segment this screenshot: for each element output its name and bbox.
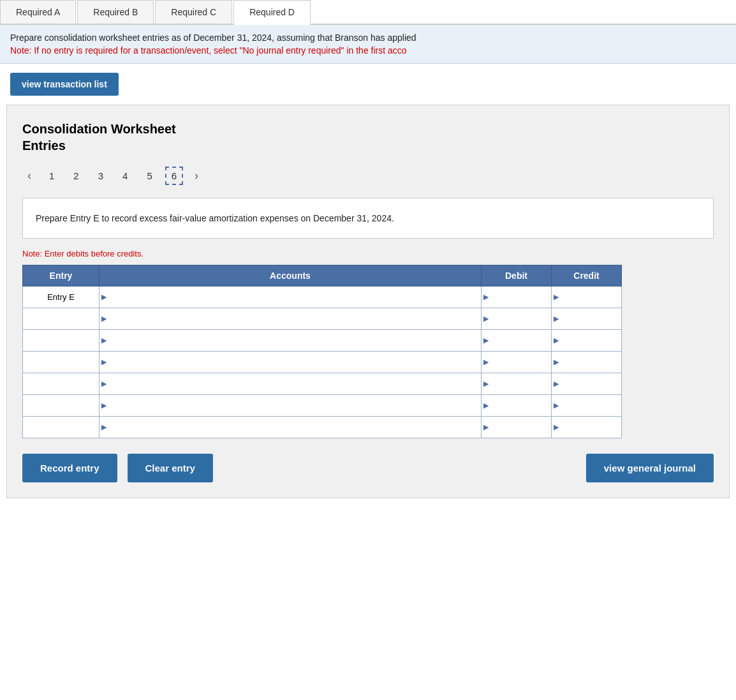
tab-required-d[interactable]: Required D bbox=[233, 0, 311, 25]
page-6[interactable]: 6 bbox=[165, 167, 183, 185]
debit-input-2[interactable] bbox=[490, 330, 551, 351]
credit-input-5[interactable] bbox=[561, 395, 621, 416]
notice-bar: Prepare consolidation worksheet entries … bbox=[0, 25, 736, 64]
tab-required-c[interactable]: Required C bbox=[155, 0, 232, 24]
debit-input-4[interactable] bbox=[490, 373, 551, 394]
buttons-row: Record entry Clear entry view general jo… bbox=[22, 454, 714, 482]
table-row: ▶ ▶ ▶ bbox=[23, 417, 622, 438]
debit-cell-3[interactable]: ▶ bbox=[482, 352, 552, 373]
card-title: Consolidation WorksheetEntries bbox=[22, 121, 714, 154]
account-arrow-icon-6: ▶ bbox=[99, 423, 108, 431]
table-row: ▶ ▶ ▶ bbox=[23, 395, 622, 417]
account-input-0[interactable] bbox=[108, 287, 481, 308]
prev-page-button[interactable]: ‹ bbox=[22, 167, 36, 185]
account-cell-1[interactable]: ▶ bbox=[99, 308, 482, 330]
account-arrow-icon-3: ▶ bbox=[99, 358, 108, 366]
credit-cell-3[interactable]: ▶ bbox=[552, 352, 622, 373]
account-cell-6[interactable]: ▶ bbox=[99, 417, 482, 438]
debit-cell-5[interactable]: ▶ bbox=[482, 395, 552, 417]
page-2[interactable]: 2 bbox=[67, 167, 85, 185]
account-input-4[interactable] bbox=[108, 373, 481, 394]
tab-required-b[interactable]: Required B bbox=[77, 0, 154, 24]
debit-cell-1[interactable]: ▶ bbox=[482, 308, 552, 330]
credit-cell-0[interactable]: ▶ bbox=[552, 287, 622, 308]
col-header-credit: Credit bbox=[552, 265, 622, 287]
credit-cell-4[interactable]: ▶ bbox=[552, 373, 622, 395]
credit-input-4[interactable] bbox=[561, 373, 621, 394]
account-cell-3[interactable]: ▶ bbox=[99, 352, 482, 373]
credit-input-6[interactable] bbox=[561, 417, 621, 438]
entry-table: Entry Accounts Debit Credit Entry E ▶ ▶ bbox=[22, 265, 622, 438]
account-cell-0[interactable]: ▶ bbox=[99, 287, 482, 308]
debit-arrow-icon-4: ▶ bbox=[482, 380, 490, 388]
next-page-button[interactable]: › bbox=[189, 167, 203, 185]
account-arrow-icon-1: ▶ bbox=[99, 315, 108, 323]
description-box: Prepare Entry E to record excess fair-va… bbox=[22, 198, 714, 239]
account-arrow-icon-5: ▶ bbox=[99, 401, 108, 410]
col-header-entry: Entry bbox=[23, 265, 99, 287]
entry-label-1 bbox=[23, 308, 99, 330]
debit-cell-4[interactable]: ▶ bbox=[482, 373, 552, 395]
page-3[interactable]: 3 bbox=[92, 167, 110, 185]
col-header-accounts: Accounts bbox=[99, 265, 482, 287]
entry-label-0: Entry E bbox=[23, 287, 99, 308]
account-cell-5[interactable]: ▶ bbox=[99, 395, 482, 417]
account-cell-2[interactable]: ▶ bbox=[99, 330, 482, 352]
table-row: ▶ ▶ ▶ bbox=[23, 330, 622, 352]
debit-input-5[interactable] bbox=[490, 395, 551, 416]
credit-cell-2[interactable]: ▶ bbox=[552, 330, 622, 352]
credit-input-3[interactable] bbox=[561, 352, 621, 373]
debit-cell-6[interactable]: ▶ bbox=[482, 417, 552, 438]
entry-label-5 bbox=[23, 395, 99, 417]
notice-line2: Note: If no entry is required for a tran… bbox=[10, 45, 726, 56]
account-arrow-icon-4: ▶ bbox=[99, 380, 108, 388]
credit-arrow-icon-1: ▶ bbox=[552, 315, 561, 323]
tabs-bar: Required A Required B Required C Require… bbox=[0, 0, 736, 25]
debit-cell-0[interactable]: ▶ bbox=[482, 287, 552, 308]
debit-arrow-icon-0: ▶ bbox=[482, 293, 490, 301]
debit-arrow-icon-2: ▶ bbox=[482, 336, 490, 345]
credit-cell-5[interactable]: ▶ bbox=[552, 395, 622, 417]
table-row: ▶ ▶ ▶ bbox=[23, 308, 622, 330]
entry-label-4 bbox=[23, 373, 99, 395]
debit-input-1[interactable] bbox=[490, 308, 551, 329]
account-input-5[interactable] bbox=[108, 395, 481, 416]
debit-arrow-icon-3: ▶ bbox=[482, 358, 490, 366]
entry-label-3 bbox=[23, 352, 99, 373]
table-row: Entry E ▶ ▶ ▶ bbox=[23, 287, 622, 308]
credit-input-1[interactable] bbox=[561, 308, 621, 329]
credit-arrow-icon-0: ▶ bbox=[552, 293, 561, 301]
page-5[interactable]: 5 bbox=[140, 167, 158, 185]
page-1[interactable]: 1 bbox=[43, 167, 61, 185]
credit-cell-6[interactable]: ▶ bbox=[552, 417, 622, 438]
account-input-6[interactable] bbox=[108, 417, 481, 438]
debit-input-3[interactable] bbox=[490, 352, 551, 373]
view-transaction-button[interactable]: view transaction list bbox=[10, 73, 119, 96]
credit-input-2[interactable] bbox=[561, 330, 621, 351]
view-general-journal-button[interactable]: view general journal bbox=[586, 454, 714, 482]
account-input-3[interactable] bbox=[108, 352, 481, 373]
account-arrow-icon-0: ▶ bbox=[99, 293, 108, 301]
credit-arrow-icon-6: ▶ bbox=[552, 423, 561, 431]
pagination: ‹ 1 2 3 4 5 6 › bbox=[22, 167, 714, 185]
credit-arrow-icon-2: ▶ bbox=[552, 336, 561, 345]
account-input-1[interactable] bbox=[108, 308, 481, 329]
credit-input-0[interactable] bbox=[561, 287, 621, 308]
table-row: ▶ ▶ ▶ bbox=[23, 352, 622, 373]
page-4[interactable]: 4 bbox=[116, 167, 134, 185]
credit-cell-1[interactable]: ▶ bbox=[552, 308, 622, 330]
debits-note: Note: Enter debits before credits. bbox=[22, 249, 714, 258]
debit-input-6[interactable] bbox=[490, 417, 551, 438]
account-arrow-icon-2: ▶ bbox=[99, 336, 108, 345]
tab-required-a[interactable]: Required A bbox=[0, 0, 76, 24]
account-cell-4[interactable]: ▶ bbox=[99, 373, 482, 395]
account-input-2[interactable] bbox=[108, 330, 481, 351]
record-entry-button[interactable]: Record entry bbox=[22, 454, 117, 482]
debit-cell-2[interactable]: ▶ bbox=[482, 330, 552, 352]
credit-arrow-icon-3: ▶ bbox=[552, 358, 561, 366]
debit-input-0[interactable] bbox=[490, 287, 551, 308]
clear-entry-button[interactable]: Clear entry bbox=[128, 454, 213, 482]
main-card: Consolidation WorksheetEntries ‹ 1 2 3 4… bbox=[6, 105, 730, 498]
entry-label-6 bbox=[23, 417, 99, 438]
debit-arrow-icon-5: ▶ bbox=[482, 401, 490, 410]
